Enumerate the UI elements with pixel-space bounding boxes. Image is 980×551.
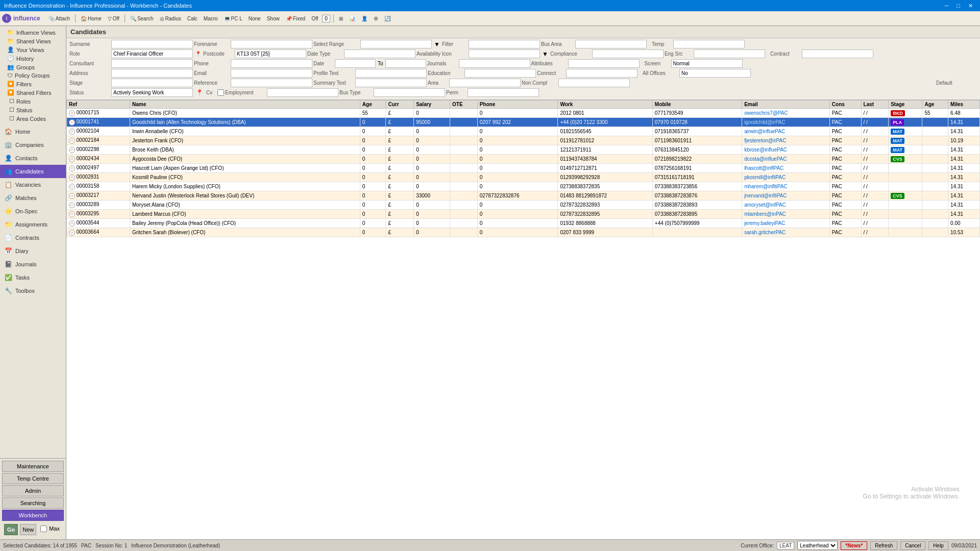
table-row[interactable]: ○ 00002497 Hascott Liam (Aspen Grange Lt… <box>67 164 980 173</box>
row-icon[interactable]: ○ <box>69 211 75 217</box>
macro-button[interactable]: Macro <box>202 15 220 22</box>
address-input[interactable] <box>111 69 193 78</box>
cell-email[interactable]: mharem@infltiPAC <box>742 182 830 191</box>
go-button[interactable]: Go <box>4 524 18 535</box>
summary-text-input[interactable] <box>355 79 427 87</box>
max-checkbox[interactable] <box>40 525 47 532</box>
sub-nav-status[interactable]: ☐ Status <box>1 106 65 114</box>
consultant-input[interactable] <box>111 59 193 68</box>
all-offices-input[interactable] <box>679 69 751 78</box>
table-row[interactable]: ○ 00002434 Aygocosta Dee (CFO) 0 £ 0 0 0… <box>67 155 980 164</box>
email-link[interactable]: pkosmill@infliPAC <box>744 174 786 180</box>
admin-button[interactable]: Admin <box>2 485 64 496</box>
sub-nav-your-views[interactable]: 👤 Your Views <box>1 45 65 54</box>
col-ote[interactable]: OTE <box>450 101 478 109</box>
sidebar-item-toolbox[interactable]: 🔧 Toolbox <box>0 284 66 297</box>
table-row[interactable]: ○ 00001715 Owens Chris (CFO) 55 £ 0 0 20… <box>67 109 980 118</box>
cell-email[interactable]: pkosmill@infliPAC <box>742 173 830 182</box>
minimize-button[interactable]: ─ <box>942 1 952 10</box>
off1-button[interactable]: ▽ Off <box>106 15 121 22</box>
stage-input[interactable] <box>111 79 193 87</box>
table-row[interactable]: ○ 00003158 Harem Micky (London Supplies)… <box>67 182 980 191</box>
sub-nav-groups[interactable]: 👥 Groups <box>1 63 65 71</box>
phone-input[interactable] <box>231 59 312 68</box>
email-link[interactable]: fjestereton@irPAC <box>744 138 786 143</box>
sidebar-item-companies[interactable]: 🏢 Companies <box>0 138 66 152</box>
cell-email[interactable]: sarah.gritcherPAC <box>742 228 830 237</box>
row-icon[interactable]: ○ <box>69 220 75 227</box>
filter-input[interactable] <box>469 40 540 48</box>
help-button[interactable]: Help <box>928 541 948 550</box>
col-email[interactable]: Email <box>742 101 830 109</box>
table-row[interactable]: ○ 00003544 Bailey Jeremy (PopCola (Head … <box>67 219 980 228</box>
table-row[interactable]: ○ 00002104 Inwin Annabelle (CFO) 0 £ 0 0… <box>67 127 980 136</box>
cv-checkbox[interactable] <box>217 89 224 96</box>
sidebar-item-tasks[interactable]: ✅ Tasks <box>0 271 66 284</box>
profile-text-input[interactable] <box>355 69 427 78</box>
email-link[interactable]: mharem@infltiPAC <box>744 184 787 189</box>
cell-email[interactable]: igoodchild@irPAC <box>742 118 830 127</box>
email-link[interactable]: dcosta@influePAC <box>744 156 787 162</box>
area-input[interactable] <box>449 79 521 87</box>
sub-nav-roles[interactable]: ☐ Roles <box>1 97 65 106</box>
cell-email[interactable]: jnervand@infliPAC <box>742 191 830 201</box>
sidebar-item-vacancies[interactable]: 📋 Vacancies <box>0 178 66 191</box>
table-row[interactable]: ○ 00002831 Kosmill Pauline (CFO) 0 £ 0 0… <box>67 173 980 182</box>
sidebar-item-diary[interactable]: 📅 Diary <box>0 244 66 258</box>
perm-input[interactable] <box>468 88 539 97</box>
maintenance-button[interactable]: Maintenance <box>2 461 64 472</box>
show-button[interactable]: Show <box>265 15 282 22</box>
date-type-input[interactable] <box>344 49 415 58</box>
person-btn[interactable]: 👤 <box>359 15 370 22</box>
col-last[interactable]: Last <box>861 101 889 109</box>
table-row[interactable]: ○ 00003295 Lamberd Marcus (CFO) 0 £ 0 0 … <box>67 210 980 219</box>
chart-btn[interactable]: 📊 <box>347 15 357 22</box>
postcode-input[interactable] <box>235 49 306 58</box>
cell-email[interactable]: airwin@influePAC <box>742 127 830 136</box>
row-icon[interactable]: ○ <box>69 202 75 208</box>
bus-area-input[interactable] <box>575 40 647 48</box>
reference-input[interactable] <box>231 79 312 87</box>
sub-nav-policy-groups[interactable]: 🛡 Policy Groups <box>1 71 65 80</box>
row-icon[interactable]: ○ <box>69 119 75 126</box>
close-button[interactable]: ✕ <box>965 1 976 10</box>
col-miles[interactable]: Miles <box>948 101 980 109</box>
sidebar-item-home[interactable]: 🏠 Home <box>0 125 66 138</box>
refresh-button[interactable]: Refresh <box>870 541 897 550</box>
maximize-button[interactable]: □ <box>953 1 963 10</box>
sub-nav-influence-views[interactable]: 📁 Influence Views <box>1 28 65 37</box>
row-icon[interactable]: ○ <box>69 184 75 190</box>
col-stage[interactable]: Stage <box>889 101 922 109</box>
table-row[interactable]: ○ 00003289 Moryset Alana (CFO) 0 £ 0 0 0… <box>67 201 980 210</box>
date-from-input[interactable] <box>335 59 376 68</box>
cell-email[interactable]: kbrose@influePAC <box>742 145 830 155</box>
table-row[interactable]: ○ 00003217 Nervand Justin (Westerlock Re… <box>67 191 980 201</box>
sub-nav-history[interactable]: 🕐 History <box>1 54 65 63</box>
availability-input[interactable] <box>469 49 540 58</box>
news-button[interactable]: *News* <box>841 541 867 550</box>
col-phone[interactable]: Phone <box>477 101 558 109</box>
contract-input[interactable] <box>802 49 873 58</box>
role-input[interactable] <box>111 49 193 58</box>
grid-icon-btn[interactable]: ⊞ <box>337 15 345 22</box>
row-icon[interactable]: ○ <box>69 193 75 199</box>
col-work[interactable]: Work <box>558 101 652 109</box>
email-link[interactable]: mlambers@inPAC <box>744 211 786 217</box>
row-icon[interactable]: ○ <box>69 129 75 135</box>
email-link[interactable]: airwin@influePAC <box>744 129 785 134</box>
refresh-toolbar-btn[interactable]: 🔄 <box>382 15 393 22</box>
sidebar-item-contacts[interactable]: 👤 Contacts <box>0 152 66 165</box>
row-icon[interactable]: ○ <box>69 156 75 162</box>
cell-email[interactable]: lhascott@inflPAC <box>742 164 830 173</box>
email-link[interactable]: owenschris7@PAC <box>744 110 788 116</box>
radius-button[interactable]: ◎ Radius <box>158 15 183 22</box>
cell-email[interactable]: amoryset@infPAC <box>742 201 830 210</box>
table-row[interactable]: ○ 00003664 Gritchen Sarah (Biolever) (CF… <box>67 228 980 237</box>
date-to-input[interactable] <box>385 59 426 68</box>
email-link[interactable]: amoryset@infPAC <box>744 202 786 208</box>
sidebar-item-assignments[interactable]: 📁 Assignments <box>0 218 66 231</box>
off2-button[interactable]: Off <box>309 15 320 22</box>
col-name[interactable]: Name <box>130 101 360 109</box>
cell-email[interactable]: mlambers@inPAC <box>742 210 830 219</box>
eng-src-input[interactable] <box>694 49 765 58</box>
